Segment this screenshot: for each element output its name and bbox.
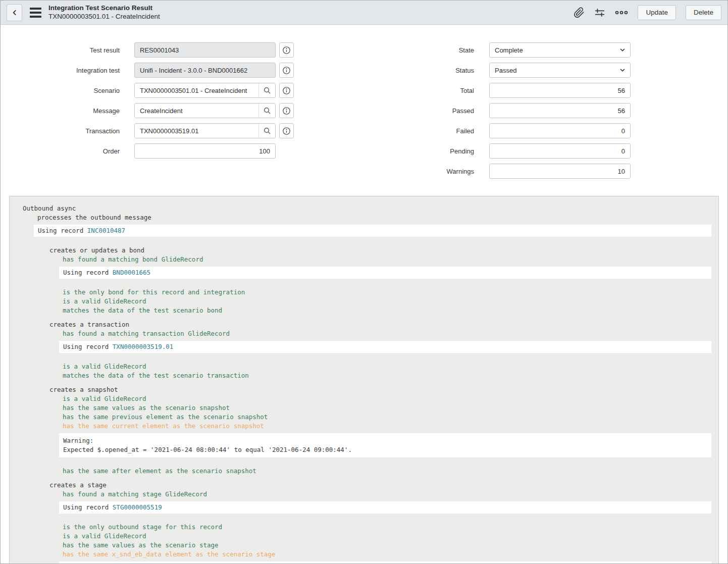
update-button[interactable]: Update [638,5,676,20]
assertion-warning: has the same x_snd_eb_data element as th… [23,550,711,559]
output-text: processes the outbound message [23,213,711,222]
warnings-input[interactable] [489,164,631,179]
more-options-button[interactable] [615,10,628,16]
field-row-status: Status Passed [348,63,631,78]
assertion-passed: matches the data of the test scenario tr… [23,371,711,380]
record-row: Using record INC0010487 [34,225,711,237]
state-label: State [348,46,489,54]
assertion-warning: has the same current element as the scen… [23,422,711,431]
field-row-test-result: Test result [1,42,294,58]
integration-test-label: Integration test [1,67,134,74]
failed-input[interactable] [489,123,631,138]
scenario-input[interactable] [135,83,258,97]
integration-test-info-button[interactable] [279,63,294,78]
field-row-scenario: Scenario [1,83,294,98]
output-text: creates or updates a bond [23,246,711,255]
personalize-form-button[interactable] [594,7,605,18]
status-select[interactable]: Passed [489,63,631,78]
warning-text: Expected $.opened_at = '2021-06-24 08:00… [63,445,707,454]
scenario-lookup-button[interactable] [258,83,275,97]
output-text: creates a snapshot [23,385,711,394]
order-label: Order [1,147,134,155]
pending-input[interactable] [489,143,631,159]
record-row: Using record BND0001665 [59,267,711,279]
context-menu-icon[interactable] [30,8,41,18]
transaction-lookup-button[interactable] [258,124,275,138]
assertion-passed: is a valid GlideRecord [23,297,711,306]
more-options-icon [615,10,628,16]
assertion-passed: has found a matching bond GlideRecord [23,255,711,264]
assertion-passed: has the same values as the scenario stag… [23,541,711,550]
field-row-integration-test: Integration test [1,63,294,78]
field-row-failed: Failed [348,123,631,138]
field-row-message: Message [1,103,294,118]
pending-label: Pending [348,147,489,155]
field-row-order: Order [1,143,294,159]
record-row: Using record STG0000005519 [59,501,711,514]
delete-button[interactable]: Delete [686,5,721,20]
record-link[interactable]: INC0010487 [87,227,125,234]
field-row-state: State Complete [348,42,631,58]
info-icon [282,127,291,135]
info-icon [282,86,291,95]
assertion-passed: is a valid GlideRecord [23,394,711,403]
order-input[interactable] [134,143,276,159]
warning-box: Warning:Expected $.$time_stamp = '2021-0… [59,561,711,564]
test-result-label: Test result [1,46,134,54]
total-label: Total [348,87,489,94]
info-icon [282,46,291,55]
page-subtitle: TXN0000003501.01 - CreateIncident [48,13,160,21]
test-result-input [134,42,276,58]
output-text: Outbound async [23,204,711,213]
record-form: Test result Integration test Scenario [1,25,727,184]
assertion-passed: is the only outbound stage for this reco… [23,523,711,532]
sliders-icon [594,7,605,18]
message-info-button[interactable] [279,103,294,118]
message-label: Message [1,107,134,115]
scenario-label: Scenario [1,87,134,94]
info-icon [282,66,291,75]
attachment-button[interactable] [574,7,585,18]
record-link[interactable]: TXN0000003519.01 [113,343,173,350]
transaction-input[interactable] [135,124,258,138]
assertion-passed: has the same after element as the scenar… [23,467,711,476]
form-header: Integration Test Scenario Result TXN0000… [1,1,727,25]
record-link[interactable]: BND0001665 [113,269,150,276]
field-row-warnings: Warnings [348,164,631,179]
message-input[interactable] [135,104,258,118]
transaction-info-button[interactable] [279,123,294,138]
field-row-total: Total [348,83,631,98]
passed-input[interactable] [489,103,631,118]
record-prefix: Using record [63,269,113,276]
assertion-passed: is a valid GlideRecord [23,532,711,541]
status-label: Status [348,67,489,74]
scenario-info-button[interactable] [279,83,294,98]
search-icon [263,86,271,94]
test-result-info-button[interactable] [279,42,294,58]
warning-box: Warning:Expected $.opened_at = '2021-06-… [59,433,711,457]
state-select[interactable]: Complete [489,42,631,58]
search-icon [263,107,271,115]
failed-label: Failed [348,127,489,135]
paperclip-icon [574,7,585,18]
assertion-passed: has the same previous element as the sce… [23,413,711,422]
info-icon [282,107,291,115]
assertion-passed: is a valid GlideRecord [23,362,711,371]
assertion-passed: has found a matching transaction GlideRe… [23,329,711,338]
record-prefix: Using record [63,503,113,511]
transaction-label: Transaction [1,127,134,135]
back-button[interactable] [7,4,22,21]
chevron-left-icon [11,9,18,16]
field-row-transaction: Transaction [1,123,294,138]
field-row-passed: Passed [348,103,631,118]
assertion-passed: matches the data of the test scenario bo… [23,306,711,315]
passed-label: Passed [348,107,489,115]
total-input[interactable] [489,83,631,98]
warning-title: Warning: [63,436,707,445]
integration-test-input [134,63,276,78]
record-link[interactable]: STG0000005519 [113,503,162,511]
assertion-passed: has found a matching stage GlideRecord [23,490,711,499]
search-icon [263,127,271,135]
message-lookup-button[interactable] [258,104,275,118]
record-prefix: Using record [63,343,113,350]
